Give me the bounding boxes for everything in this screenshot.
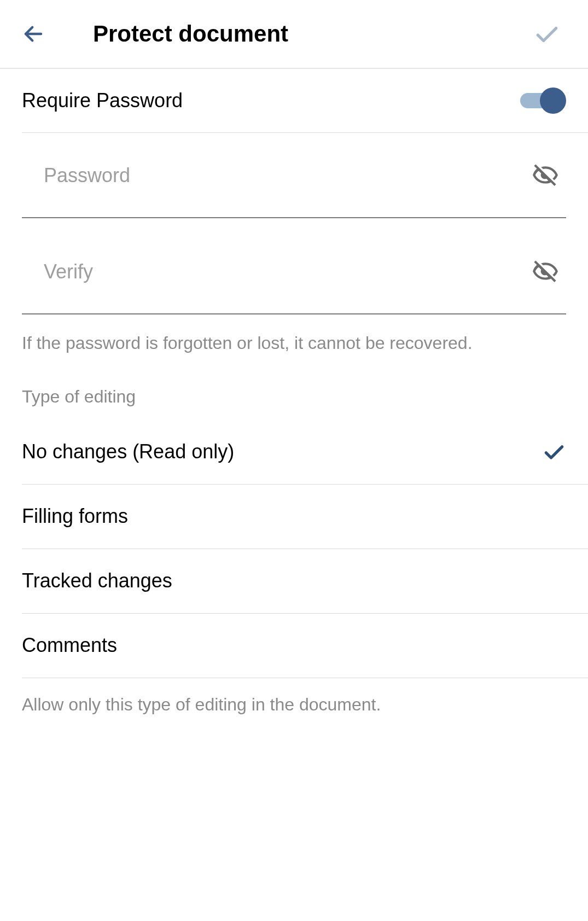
input-underline [22, 217, 566, 218]
selected-check [542, 440, 566, 464]
option-comments[interactable]: Comments [0, 614, 588, 678]
option-tracked-changes[interactable]: Tracked changes [0, 549, 588, 613]
require-password-row: Require Password [0, 69, 588, 132]
content: Require Password If the password is forg… [0, 69, 588, 737]
option-label: Filling forms [22, 505, 128, 528]
password-note: If the password is forgotten or lost, it… [0, 314, 588, 357]
verify-input[interactable] [22, 229, 529, 314]
check-icon [542, 440, 566, 464]
password-visibility-toggle[interactable] [529, 159, 562, 192]
require-password-toggle[interactable] [520, 88, 566, 114]
toggle-thumb [540, 88, 566, 114]
option-label: No changes (Read only) [22, 440, 234, 463]
editing-type-label: Type of editing [0, 357, 588, 420]
header: Protect document [0, 0, 588, 69]
eye-off-icon [532, 258, 559, 285]
option-no-changes[interactable]: No changes (Read only) [0, 420, 588, 484]
option-filling-forms[interactable]: Filling forms [0, 485, 588, 549]
verify-row [0, 229, 588, 314]
input-underline [22, 313, 566, 314]
check-icon [533, 20, 561, 48]
verify-visibility-toggle[interactable] [529, 255, 562, 288]
eye-off-icon [532, 162, 559, 189]
password-input[interactable] [22, 133, 529, 218]
back-button[interactable] [22, 22, 55, 45]
require-password-label: Require Password [22, 89, 183, 112]
option-label: Comments [22, 634, 117, 657]
arrow-left-icon [22, 22, 45, 45]
password-row [0, 133, 588, 218]
option-label: Tracked changes [22, 569, 172, 592]
confirm-button[interactable] [533, 20, 566, 48]
editing-note: Allow only this type of editing in the d… [0, 678, 588, 737]
page-title: Protect document [93, 21, 288, 47]
